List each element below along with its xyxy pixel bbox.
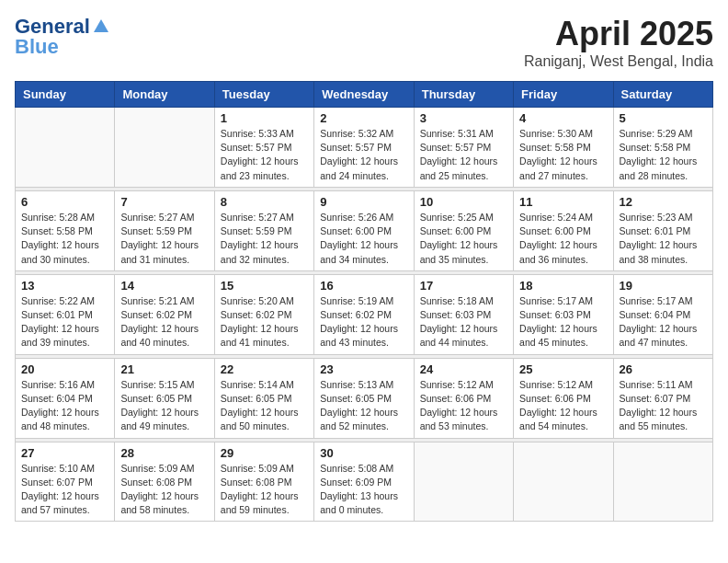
calendar-cell: 14Sunrise: 5:21 AM Sunset: 6:02 PM Dayli… <box>115 274 214 354</box>
logo-blue: Blue <box>15 35 59 59</box>
day-info: Sunrise: 5:17 AM Sunset: 6:03 PM Dayligh… <box>519 294 607 350</box>
calendar-cell: 26Sunrise: 5:11 AM Sunset: 6:07 PM Dayli… <box>613 358 712 438</box>
day-info: Sunrise: 5:15 AM Sunset: 6:05 PM Dayligh… <box>120 378 208 434</box>
day-info: Sunrise: 5:25 AM Sunset: 6:00 PM Dayligh… <box>420 211 507 267</box>
weekday-header: Sunday <box>16 82 115 108</box>
day-number: 22 <box>221 362 308 376</box>
day-info: Sunrise: 5:19 AM Sunset: 6:02 PM Dayligh… <box>320 294 407 350</box>
day-info: Sunrise: 5:26 AM Sunset: 6:00 PM Dayligh… <box>320 211 407 267</box>
day-info: Sunrise: 5:09 AM Sunset: 6:08 PM Dayligh… <box>221 462 308 518</box>
day-info: Sunrise: 5:27 AM Sunset: 5:59 PM Dayligh… <box>120 211 208 267</box>
calendar-cell: 6Sunrise: 5:28 AM Sunset: 5:58 PM Daylig… <box>16 190 115 270</box>
day-number: 18 <box>519 279 607 293</box>
day-info: Sunrise: 5:12 AM Sunset: 6:06 PM Dayligh… <box>420 378 507 434</box>
calendar-cell: 28Sunrise: 5:09 AM Sunset: 6:08 PM Dayli… <box>115 442 214 522</box>
calendar-cell: 29Sunrise: 5:09 AM Sunset: 6:08 PM Dayli… <box>214 442 313 522</box>
day-number: 26 <box>620 362 707 376</box>
day-info: Sunrise: 5:17 AM Sunset: 6:04 PM Dayligh… <box>620 294 707 350</box>
day-number: 14 <box>120 279 208 293</box>
day-number: 20 <box>21 362 108 376</box>
day-number: 16 <box>320 279 407 293</box>
day-number: 27 <box>21 446 108 460</box>
day-number: 3 <box>420 111 507 125</box>
day-number: 28 <box>120 446 208 460</box>
calendar-cell: 20Sunrise: 5:16 AM Sunset: 6:04 PM Dayli… <box>16 358 115 438</box>
day-info: Sunrise: 5:29 AM Sunset: 5:58 PM Dayligh… <box>620 127 707 183</box>
calendar-cell: 2Sunrise: 5:32 AM Sunset: 5:57 PM Daylig… <box>314 108 414 188</box>
day-info: Sunrise: 5:13 AM Sunset: 6:05 PM Dayligh… <box>320 378 407 434</box>
calendar-cell <box>16 108 115 188</box>
day-number: 25 <box>519 362 607 376</box>
calendar-cell: 10Sunrise: 5:25 AM Sunset: 6:00 PM Dayli… <box>414 190 513 270</box>
calendar-cell: 18Sunrise: 5:17 AM Sunset: 6:03 PM Dayli… <box>514 274 613 354</box>
calendar-cell: 3Sunrise: 5:31 AM Sunset: 5:57 PM Daylig… <box>414 108 513 188</box>
day-info: Sunrise: 5:09 AM Sunset: 6:08 PM Dayligh… <box>120 462 208 518</box>
day-number: 9 <box>320 195 407 209</box>
day-info: Sunrise: 5:21 AM Sunset: 6:02 PM Dayligh… <box>120 294 208 350</box>
day-info: Sunrise: 5:18 AM Sunset: 6:03 PM Dayligh… <box>420 294 507 350</box>
day-number: 19 <box>620 279 707 293</box>
day-info: Sunrise: 5:31 AM Sunset: 5:57 PM Dayligh… <box>420 127 507 183</box>
weekday-header: Wednesday <box>314 82 414 108</box>
title-block: April 2025 Raniganj, West Bengal, India <box>524 15 713 70</box>
day-number: 4 <box>519 111 607 125</box>
calendar-table: SundayMondayTuesdayWednesdayThursdayFrid… <box>15 81 713 522</box>
day-number: 6 <box>21 195 108 209</box>
calendar-cell: 27Sunrise: 5:10 AM Sunset: 6:07 PM Dayli… <box>16 442 115 522</box>
day-info: Sunrise: 5:23 AM Sunset: 6:01 PM Dayligh… <box>620 211 707 267</box>
calendar-cell: 9Sunrise: 5:26 AM Sunset: 6:00 PM Daylig… <box>314 190 414 270</box>
day-number: 23 <box>320 362 407 376</box>
day-number: 7 <box>120 195 208 209</box>
day-info: Sunrise: 5:27 AM Sunset: 5:59 PM Dayligh… <box>221 211 308 267</box>
calendar-cell: 5Sunrise: 5:29 AM Sunset: 5:58 PM Daylig… <box>613 108 712 188</box>
day-info: Sunrise: 5:22 AM Sunset: 6:01 PM Dayligh… <box>21 294 108 350</box>
weekday-header: Thursday <box>414 82 513 108</box>
logo-icon <box>92 17 110 36</box>
calendar-cell: 24Sunrise: 5:12 AM Sunset: 6:06 PM Dayli… <box>414 358 513 438</box>
calendar-cell: 19Sunrise: 5:17 AM Sunset: 6:04 PM Dayli… <box>613 274 712 354</box>
day-info: Sunrise: 5:08 AM Sunset: 6:09 PM Dayligh… <box>320 462 407 518</box>
day-info: Sunrise: 5:10 AM Sunset: 6:07 PM Dayligh… <box>21 462 108 518</box>
calendar-cell: 4Sunrise: 5:30 AM Sunset: 5:58 PM Daylig… <box>514 108 613 188</box>
calendar-cell: 22Sunrise: 5:14 AM Sunset: 6:05 PM Dayli… <box>214 358 313 438</box>
day-number: 8 <box>221 195 308 209</box>
calendar-cell: 30Sunrise: 5:08 AM Sunset: 6:09 PM Dayli… <box>314 442 414 522</box>
day-info: Sunrise: 5:24 AM Sunset: 6:00 PM Dayligh… <box>519 211 607 267</box>
day-number: 29 <box>221 446 308 460</box>
day-number: 2 <box>320 111 407 125</box>
calendar-cell: 21Sunrise: 5:15 AM Sunset: 6:05 PM Dayli… <box>115 358 214 438</box>
weekday-header: Tuesday <box>214 82 313 108</box>
logo: General Blue <box>15 15 112 59</box>
calendar-cell: 11Sunrise: 5:24 AM Sunset: 6:00 PM Dayli… <box>514 190 613 270</box>
day-number: 21 <box>120 362 208 376</box>
weekday-header: Friday <box>514 82 613 108</box>
location: Raniganj, West Bengal, India <box>524 53 713 70</box>
day-info: Sunrise: 5:33 AM Sunset: 5:57 PM Dayligh… <box>221 127 308 183</box>
calendar-cell <box>613 442 712 522</box>
day-info: Sunrise: 5:14 AM Sunset: 6:05 PM Dayligh… <box>221 378 308 434</box>
day-info: Sunrise: 5:28 AM Sunset: 5:58 PM Dayligh… <box>21 211 108 267</box>
calendar-cell: 23Sunrise: 5:13 AM Sunset: 6:05 PM Dayli… <box>314 358 414 438</box>
calendar-cell: 1Sunrise: 5:33 AM Sunset: 5:57 PM Daylig… <box>214 108 313 188</box>
day-number: 17 <box>420 279 507 293</box>
day-info: Sunrise: 5:12 AM Sunset: 6:06 PM Dayligh… <box>519 378 607 434</box>
day-number: 24 <box>420 362 507 376</box>
day-number: 10 <box>420 195 507 209</box>
page-header: General Blue April 2025 Raniganj, West B… <box>15 15 713 70</box>
calendar-cell: 15Sunrise: 5:20 AM Sunset: 6:02 PM Dayli… <box>214 274 313 354</box>
day-info: Sunrise: 5:20 AM Sunset: 6:02 PM Dayligh… <box>221 294 308 350</box>
day-number: 13 <box>21 279 108 293</box>
day-number: 1 <box>221 111 308 125</box>
calendar-cell: 7Sunrise: 5:27 AM Sunset: 5:59 PM Daylig… <box>115 190 214 270</box>
svg-marker-0 <box>94 19 108 32</box>
day-info: Sunrise: 5:32 AM Sunset: 5:57 PM Dayligh… <box>320 127 407 183</box>
day-number: 11 <box>519 195 607 209</box>
day-info: Sunrise: 5:11 AM Sunset: 6:07 PM Dayligh… <box>620 378 707 434</box>
weekday-header: Monday <box>115 82 214 108</box>
day-number: 30 <box>320 446 407 460</box>
month-title: April 2025 <box>524 15 713 53</box>
calendar-cell <box>514 442 613 522</box>
day-number: 5 <box>620 111 707 125</box>
calendar-cell: 8Sunrise: 5:27 AM Sunset: 5:59 PM Daylig… <box>214 190 313 270</box>
day-info: Sunrise: 5:30 AM Sunset: 5:58 PM Dayligh… <box>519 127 607 183</box>
